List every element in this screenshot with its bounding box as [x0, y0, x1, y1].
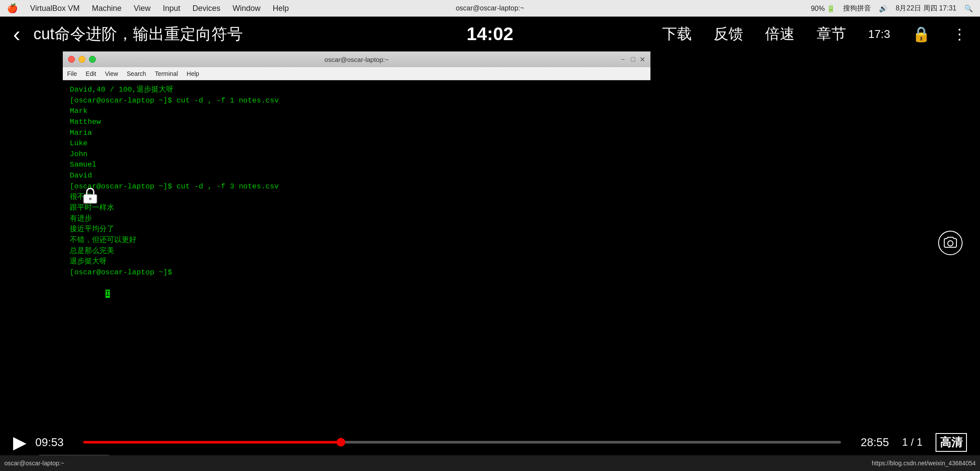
virtualbox-window: oscar@oscar-laptop:~ － □ ✕ File Edit Vie… [63, 51, 650, 357]
taskbar-left: oscar@oscar-laptop:~ [4, 460, 65, 467]
svg-point-3 [948, 241, 953, 246]
video-current-time: 14:02 [466, 24, 513, 44]
terminal-line-8: David [70, 171, 643, 181]
terminal-line-13: 接近平均分了 [70, 224, 643, 235]
video-top-bar: ‹ cut命令进阶，输出重定向符号 14:02 下载 反馈 倍速 章节 17:3… [0, 17, 980, 51]
time-current: 09:53 [35, 436, 75, 449]
menu-input[interactable]: Input [163, 4, 180, 13]
terminal-line-3: Matthew [70, 117, 643, 128]
taskbar-url: https://blog.csdn.net/weixin_43684054 [872, 460, 976, 467]
lock-btn[interactable]: 🔒 [912, 25, 930, 43]
search-icon[interactable]: 🔍 [964, 4, 973, 13]
download-button[interactable]: 下载 [662, 24, 692, 44]
vbox-titlebar: oscar@oscar-laptop:~ － □ ✕ [63, 51, 650, 67]
progress-thumb[interactable] [337, 438, 345, 447]
menu-virtualboxvm[interactable]: VirtualBox VM [30, 4, 80, 13]
terminal-line-2: Mark [70, 106, 643, 117]
terminal-line-14: 不错，但还可以更好 [70, 235, 643, 246]
system-bar: 🍎 VirtualBox VM Machine View Input Devic… [0, 0, 980, 17]
video-player: ‹ cut命令进阶，输出重定向符号 14:02 下载 反馈 倍速 章节 17:3… [0, 17, 980, 471]
video-title: cut命令进阶，输出重定向符号 [34, 24, 663, 45]
lock-icon-overlay[interactable] [81, 186, 99, 204]
menu-machine[interactable]: Machine [92, 4, 122, 13]
terminal-line-17: [oscar@oscar-laptop ~]$ [70, 267, 643, 278]
window-controls [68, 56, 96, 63]
terminal-cursor: I [70, 278, 643, 311]
menu-help[interactable]: Help [273, 4, 289, 13]
terminal-menu-terminal[interactable]: Terminal [155, 70, 178, 77]
speed-button[interactable]: 倍速 [765, 24, 795, 44]
terminal-line-9: [oscar@oscar-laptop ~]$ cut -d , -f 3 no… [70, 181, 643, 192]
terminal-content[interactable]: David,40 / 100,退步挺大呀 [oscar@oscar-laptop… [63, 80, 650, 314]
battery-status: 90% 🔋 [811, 4, 835, 13]
time-total: 28:55 [850, 436, 889, 449]
feedback-button[interactable]: 反馈 [714, 24, 743, 44]
terminal-line-6: John [70, 149, 643, 160]
close-btn[interactable]: ✕ [640, 55, 645, 64]
page-indicator: 1 / 1 [902, 436, 922, 448]
menu-devices[interactable]: Devices [193, 4, 221, 13]
minimize-window-btn[interactable] [78, 56, 85, 63]
input-method: 搜狗拼音 [843, 4, 871, 13]
terminal-menubar: File Edit View Search Terminal Help [63, 67, 650, 80]
chapter-button[interactable]: 章节 [817, 24, 846, 44]
terminal-line-16: 退步挺大呀 [70, 256, 643, 267]
terminal-menu-view[interactable]: View [105, 70, 118, 77]
video-top-controls: 下载 反馈 倍速 章节 17:3 🔒 ⋮ [662, 24, 967, 44]
terminal-line-0: David,40 / 100,退步挺大呀 [70, 85, 643, 96]
progress-bar[interactable] [83, 441, 841, 444]
taskbar-item-terminal[interactable]: oscar@oscar-laptop:~ [4, 460, 65, 467]
terminal-line-1: [oscar@oscar-laptop ~]$ cut -d , -f 1 no… [70, 96, 643, 106]
system-bar-right: 90% 🔋 搜狗拼音 🔊 8月22日 周四 17:31 🔍 [811, 4, 973, 13]
video-time-display: 17:3 [868, 27, 890, 41]
datetime: 8月22日 周四 17:31 [895, 4, 956, 13]
terminal-line-15: 总是那么完美 [70, 246, 643, 257]
terminal-menu-edit[interactable]: Edit [86, 70, 96, 77]
terminal-menu-file[interactable]: File [67, 70, 77, 77]
terminal-line-4: Maria [70, 128, 643, 139]
menu-window[interactable]: Window [233, 4, 261, 13]
window-title-center: oscar@oscar-laptop:~ [456, 4, 524, 12]
play-button[interactable]: ▶ [13, 432, 27, 452]
terminal-line-11: 跟平时一样水 [70, 203, 643, 214]
svg-point-2 [939, 231, 962, 255]
more-options-btn[interactable]: ⋮ [952, 25, 967, 43]
minimize-btn[interactable]: － [619, 55, 626, 64]
back-button[interactable]: ‹ [13, 21, 20, 47]
restore-btn[interactable]: □ [631, 55, 635, 63]
progress-row: ▶ 09:53 28:55 1 / 1 高清 [13, 432, 967, 452]
terminal-line-5: Luke [70, 138, 643, 149]
close-window-btn[interactable] [68, 56, 75, 63]
quality-badge[interactable]: 高清 [936, 433, 967, 452]
menu-view[interactable]: View [134, 4, 151, 13]
volume-icon[interactable]: 🔊 [879, 4, 888, 13]
svg-point-1 [89, 198, 92, 200]
taskbar-right: https://blog.csdn.net/weixin_43684054 [872, 460, 976, 467]
system-bar-left: 🍎 VirtualBox VM Machine View Input Devic… [7, 3, 289, 14]
win-taskbar: oscar@oscar-laptop:~ https://blog.csdn.n… [0, 455, 980, 471]
progress-fill [83, 441, 341, 444]
vbox-win-btns: － □ ✕ [619, 55, 645, 64]
terminal-line-10: 很不错 [70, 192, 643, 203]
apple-logo[interactable]: 🍎 [7, 3, 18, 14]
maximize-window-btn[interactable] [89, 56, 96, 63]
terminal-line-7: Samuel [70, 160, 643, 171]
vbox-window-title: oscar@oscar-laptop:~ [324, 56, 388, 63]
terminal-menu-help[interactable]: Help [187, 70, 199, 77]
terminal-line-12: 有进步 [70, 214, 643, 225]
camera-icon[interactable] [938, 231, 963, 257]
terminal-menu-search[interactable]: Search [127, 70, 146, 77]
